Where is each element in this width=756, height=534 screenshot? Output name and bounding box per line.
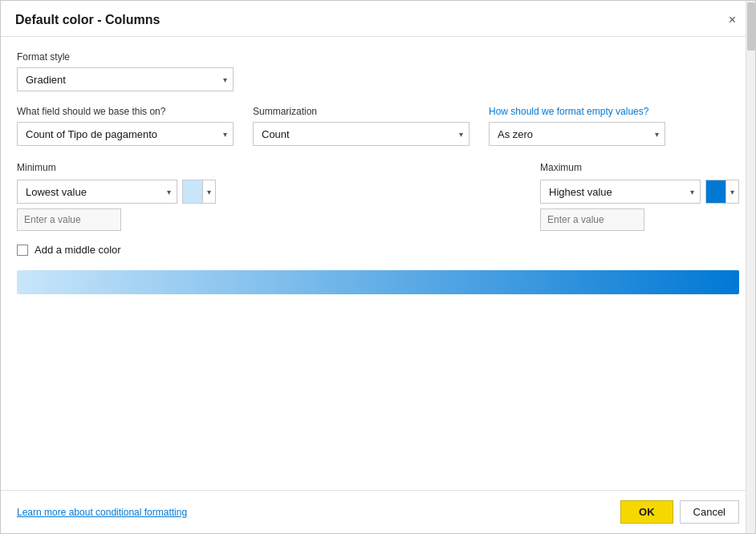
summarization-group: Summarization Count Sum Average Min Max … bbox=[253, 106, 469, 146]
empty-values-label: How should we format empty values? bbox=[489, 106, 665, 117]
minimum-value-input[interactable] bbox=[17, 208, 121, 231]
dialog-default-color-columns: Default color - Columns × Format style G… bbox=[0, 0, 756, 534]
minimum-color-box bbox=[183, 180, 202, 203]
maximum-color-box bbox=[706, 180, 726, 203]
minimum-type-select-wrapper: Lowest value Number Percent Percentile ▾ bbox=[17, 180, 177, 204]
empty-values-select[interactable]: As zero As empty bbox=[489, 122, 665, 146]
what-field-select-wrapper: Count of Tipo de pagamento ▾ bbox=[17, 122, 234, 146]
what-field-select[interactable]: Count of Tipo de pagamento bbox=[17, 122, 234, 146]
footer-buttons: OK Cancel bbox=[620, 500, 739, 524]
minimum-color-arrow-button[interactable]: ▾ bbox=[202, 180, 215, 203]
middle-color-label: Add a middle color bbox=[35, 244, 121, 256]
gradient-bar-row bbox=[17, 270, 739, 294]
learn-more-link[interactable]: Learn more about conditional formatting bbox=[17, 507, 187, 518]
dialog-title: Default color - Columns bbox=[15, 13, 160, 27]
summarization-select-wrapper: Count Sum Average Min Max ▾ bbox=[253, 122, 469, 146]
ok-button[interactable]: OK bbox=[620, 500, 673, 524]
scrollbar[interactable] bbox=[746, 1, 755, 533]
cancel-button[interactable]: Cancel bbox=[680, 500, 739, 524]
summarization-select[interactable]: Count Sum Average Min Max bbox=[253, 122, 469, 146]
format-style-select[interactable]: Gradient Color scale Data bars Rules Fie… bbox=[17, 67, 234, 91]
minimum-label: Minimum bbox=[17, 162, 216, 173]
dialog-header: Default color - Columns × bbox=[1, 1, 755, 37]
format-style-label: Format style bbox=[17, 51, 739, 63]
dialog-body: Format style Gradient Color scale Data b… bbox=[1, 37, 755, 490]
minimum-controls: Lowest value Number Percent Percentile ▾… bbox=[17, 180, 216, 204]
maximum-type-select[interactable]: Highest value Number Percent Percentile bbox=[540, 180, 701, 204]
empty-values-group: How should we format empty values? As ze… bbox=[489, 106, 665, 146]
format-style-section: Format style Gradient Color scale Data b… bbox=[17, 51, 739, 91]
maximum-controls: Highest value Number Percent Percentile … bbox=[540, 180, 739, 204]
maximum-color-arrow-button[interactable]: ▾ bbox=[726, 180, 738, 203]
minimum-section: Minimum Lowest value Number Percent Perc… bbox=[17, 162, 216, 231]
fields-row: What field should we base this on? Count… bbox=[17, 106, 739, 146]
minimum-type-select[interactable]: Lowest value Number Percent Percentile bbox=[17, 180, 177, 204]
scrollbar-thumb[interactable] bbox=[747, 2, 755, 51]
middle-color-row: Add a middle color bbox=[17, 244, 739, 256]
maximum-section: Maximum Highest value Number Percent Per… bbox=[540, 162, 739, 231]
maximum-type-select-wrapper: Highest value Number Percent Percentile … bbox=[540, 180, 701, 204]
maximum-label: Maximum bbox=[540, 162, 739, 173]
min-max-row: Minimum Lowest value Number Percent Perc… bbox=[17, 162, 739, 231]
minimum-color-picker[interactable]: ▾ bbox=[182, 180, 216, 204]
format-style-select-wrapper: Gradient Color scale Data bars Rules Fie… bbox=[17, 67, 234, 91]
middle-color-checkbox[interactable] bbox=[17, 245, 28, 256]
close-button[interactable]: × bbox=[724, 12, 741, 28]
empty-values-select-wrapper: As zero As empty ▾ bbox=[489, 122, 665, 146]
maximum-color-picker[interactable]: ▾ bbox=[705, 180, 739, 204]
gradient-bar bbox=[17, 270, 739, 294]
what-field-group: What field should we base this on? Count… bbox=[17, 106, 234, 146]
maximum-value-input[interactable] bbox=[540, 208, 644, 231]
dialog-footer: Learn more about conditional formatting … bbox=[1, 490, 755, 533]
summarization-label: Summarization bbox=[253, 106, 469, 117]
what-field-label: What field should we base this on? bbox=[17, 106, 234, 117]
